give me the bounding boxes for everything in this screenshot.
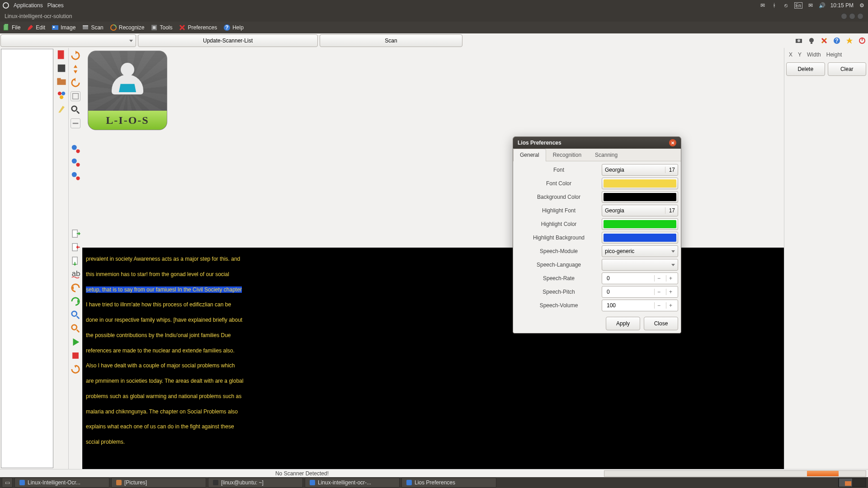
taskbar-item-4[interactable]: Linux-intelligent-ocr-... [305,478,400,488]
scan-button[interactable]: Scan [320,34,462,47]
thumb-palette-icon[interactable] [57,90,66,100]
play-icon[interactable] [71,337,80,347]
power-gear-icon[interactable]: ⚙ [858,2,865,9]
speech-language-select[interactable] [602,259,678,271]
svg-rect-28 [73,123,79,124]
undo-icon[interactable] [71,283,80,293]
menu-tools[interactable]: Tools [151,24,172,31]
tab-general[interactable]: General [513,149,546,161]
volume-icon[interactable]: 🔊 [819,2,826,9]
highlight-font-picker[interactable]: Georgia17 [602,205,678,216]
scanner-select[interactable] [0,34,136,47]
minus-icon[interactable]: − [654,289,663,295]
status-bar: No Scanner Detected! [0,469,868,477]
bg-color-picker[interactable] [602,191,678,203]
stop-icon[interactable] [71,351,80,361]
window-minimize-button[interactable] [841,13,847,19]
places-menu[interactable]: Places [47,2,64,9]
find-replace-icon[interactable] [71,324,80,333]
thumb-brush-icon[interactable] [57,104,66,114]
workspace-switcher[interactable] [838,478,866,487]
col-height: Height [826,52,842,58]
flip-vertical-icon[interactable] [71,64,80,74]
dialog-titlebar[interactable]: Lios Preferences ✕ [513,137,681,149]
taskbar-item-1[interactable]: Linux-Intelligent-Ocr... [14,478,109,488]
tab-scanning[interactable]: Scanning [588,149,624,161]
applications-menu[interactable]: Applications [14,2,43,9]
menu-preferences[interactable]: Preferences [179,24,217,31]
menu-image[interactable]: Image [52,24,75,31]
show-desktop-button[interactable]: ▭ [2,478,13,488]
webcam-tool-icon[interactable] [806,35,817,46]
minus-icon[interactable]: − [654,302,663,309]
zoom-icon[interactable] [71,105,80,115]
clear-regions-button[interactable]: Clear [828,62,867,76]
spellcheck-icon[interactable]: abc [71,269,80,279]
font-color-picker[interactable] [602,178,678,189]
speech-rate-spin[interactable]: 0−+ [602,272,678,284]
svg-rect-41 [72,352,79,359]
quit-tool-icon[interactable] [857,35,868,46]
plus-icon[interactable]: + [666,302,675,309]
rotate-left-icon[interactable] [71,78,80,88]
clock[interactable]: 10:15 PM [830,2,854,9]
menu-edit[interactable]: Edit [27,24,45,31]
marker-red-icon[interactable] [71,144,80,154]
taskbar-item-3[interactable]: [linux@ubuntu: ~] [208,478,303,488]
speech-pitch-spin[interactable]: 0−+ [602,286,678,298]
speech-module-select[interactable]: pico-generic [602,245,678,257]
svg-rect-21 [57,80,66,85]
find-icon[interactable] [71,310,80,320]
dialog-close-icon[interactable]: ✕ [669,139,676,146]
menu-scan[interactable]: Scan [82,24,103,31]
window-close-button[interactable] [857,13,863,19]
wifi-icon[interactable]: ⎋ [783,2,790,9]
export-text-icon[interactable] [71,229,80,239]
thumb-clipboard-icon[interactable] [57,63,66,73]
zoom-fit-icon[interactable] [71,91,80,101]
zoom-out-icon[interactable] [71,118,80,128]
screenshot-tool-icon[interactable] [793,35,804,46]
bluetooth-icon[interactable]: ᚼ [771,2,778,9]
apply-button[interactable]: Apply [606,317,640,330]
update-scanner-list-button[interactable]: Update-Scanner-List [138,34,318,47]
messaging-icon[interactable]: ✉ [759,2,766,9]
plus-icon[interactable]: + [666,289,675,295]
redo-icon[interactable] [71,296,80,306]
highlight-bg-picker[interactable] [602,232,678,244]
menu-help[interactable]: ?Help [223,24,244,31]
window-maximize-button[interactable] [849,13,855,19]
ubuntu-logo-icon[interactable] [3,2,9,9]
thumbnail-list[interactable] [1,49,53,468]
help-tool-icon[interactable]: ? [831,35,842,46]
menu-file[interactable]: File [3,24,20,31]
import-text-icon[interactable] [71,242,80,252]
col-y: Y [798,52,802,58]
thumb-pdf-icon[interactable] [57,50,66,60]
marker-blue-icon[interactable] [71,171,80,181]
speech-volume-spin[interactable]: 100−+ [602,300,678,311]
menu-recognize[interactable]: Recognize [110,24,145,31]
svg-rect-2 [52,25,58,30]
window-title: Linux-intelligent-ocr-solution [5,13,72,19]
mail-icon[interactable]: ✉ [807,2,814,9]
minus-icon[interactable]: − [654,275,663,282]
font-picker[interactable]: Georgia17 [602,164,678,176]
taskbar-item-5[interactable]: Lios Preferences [401,478,496,488]
jump-icon[interactable] [71,364,80,374]
favorite-tool-icon[interactable] [844,35,855,46]
svg-point-30 [76,149,80,153]
taskbar-item-2[interactable]: [Pictures] [111,478,206,488]
marker-green-icon[interactable] [71,157,80,167]
settings-tool-icon[interactable] [819,35,830,46]
delete-region-button[interactable]: Delete [786,62,825,76]
tab-recognition[interactable]: Recognition [546,149,588,161]
plus-icon[interactable]: + [666,275,675,282]
svg-point-40 [72,325,77,330]
thumb-folder-icon[interactable] [57,77,66,87]
rotate-right-icon[interactable] [71,51,80,61]
save-text-icon[interactable] [71,256,80,266]
close-button[interactable]: Close [644,317,678,330]
keyboard-lang-indicator[interactable]: En [794,2,802,9]
highlight-color-picker[interactable] [602,218,678,230]
